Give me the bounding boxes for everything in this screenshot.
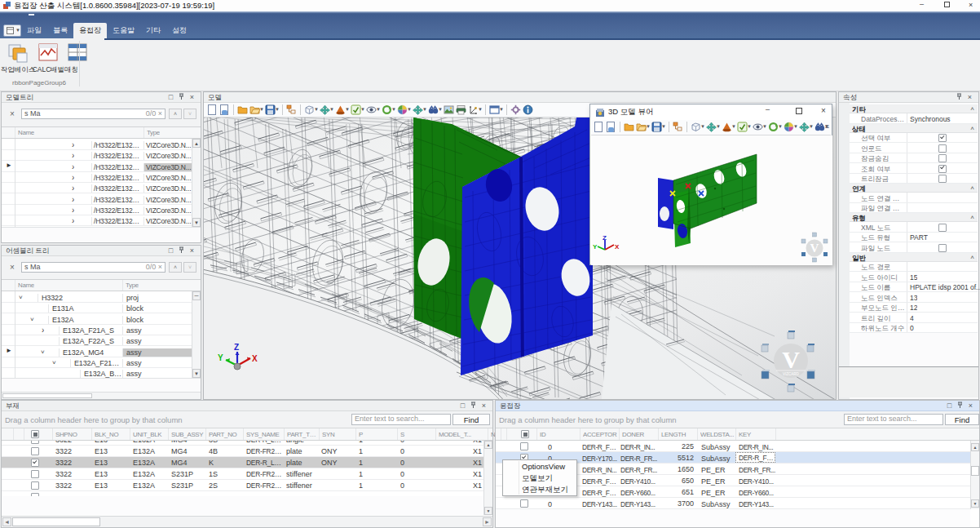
svg-text:X: X (252, 354, 258, 363)
svg-text:VIZCARD: VIZCARD (783, 372, 800, 376)
svg-text:Z: Z (234, 343, 239, 352)
svg-text:Z: Z (603, 234, 607, 242)
svg-text:Y: Y (218, 353, 223, 362)
svg-text:V: V (810, 242, 819, 255)
svg-text:X: X (615, 243, 620, 251)
svg-text:Y: Y (593, 243, 598, 251)
svg-text:V: V (782, 346, 800, 373)
